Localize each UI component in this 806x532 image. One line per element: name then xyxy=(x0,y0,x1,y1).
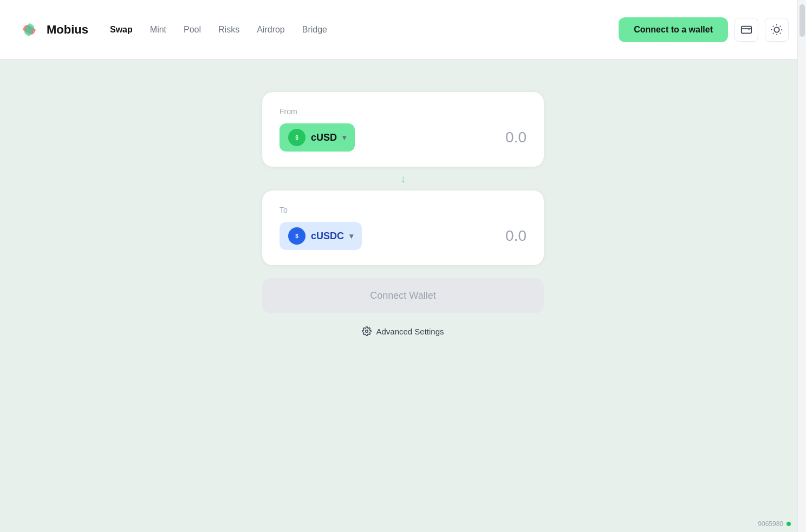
main-content: From $ cUSD ▾ 0.0 xyxy=(251,60,555,358)
status-bar: 9065980 xyxy=(753,516,795,532)
scrollbar-thumb[interactable] xyxy=(800,4,805,37)
nav-item-pool[interactable]: Pool xyxy=(184,23,201,37)
logo-area: Mobius xyxy=(17,18,88,42)
svg-line-5 xyxy=(773,25,774,26)
from-token-chevron: ▾ xyxy=(342,133,346,142)
block-number: 9065980 xyxy=(758,520,783,528)
svg-point-15 xyxy=(366,330,368,333)
sun-icon xyxy=(771,24,783,36)
connect-to-wallet-button[interactable]: Connect to a wallet xyxy=(619,17,728,42)
header: Mobius Swap Mint Pool Risks Airdrop Brid… xyxy=(0,0,806,60)
connect-wallet-button[interactable]: Connect Wallet xyxy=(262,278,544,313)
swap-direction-arrow[interactable]: ↓ xyxy=(262,167,544,191)
nav-item-swap[interactable]: Swap xyxy=(110,23,133,37)
to-token-name: cUSDC xyxy=(311,231,344,242)
status-dot xyxy=(786,522,791,526)
from-label: From xyxy=(280,107,526,116)
svg-point-2 xyxy=(774,27,779,32)
svg-line-6 xyxy=(780,32,781,33)
advanced-settings-label: Advanced Settings xyxy=(376,327,444,336)
main-nav: Swap Mint Pool Risks Airdrop Bridge xyxy=(110,23,327,37)
from-card: From $ cUSD ▾ 0.0 xyxy=(262,92,544,167)
main-wrapper: 律动BLOCKBEATS From $ cUSD ▾ xyxy=(0,60,806,358)
scrollbar[interactable] xyxy=(797,0,806,532)
nav-item-risks[interactable]: Risks xyxy=(218,23,239,37)
to-token-chevron: ▾ xyxy=(349,232,353,240)
settings-icon xyxy=(362,326,372,336)
to-token-row: $ cUSDC ▾ 0.0 xyxy=(280,222,526,250)
logo-text: Mobius xyxy=(47,23,88,37)
wallet-icon-button[interactable] xyxy=(734,18,758,42)
advanced-settings[interactable]: Advanced Settings xyxy=(262,326,544,336)
from-token-selector[interactable]: $ cUSD ▾ xyxy=(280,123,355,152)
from-token-row: $ cUSD ▾ 0.0 xyxy=(280,123,526,152)
from-amount[interactable]: 0.0 xyxy=(505,129,526,146)
svg-line-10 xyxy=(780,25,781,26)
nav-item-airdrop[interactable]: Airdrop xyxy=(257,23,285,37)
logo-icon xyxy=(17,18,41,42)
svg-rect-1 xyxy=(742,26,751,33)
svg-text:$: $ xyxy=(295,135,298,141)
from-token-name: cUSD xyxy=(311,132,337,143)
header-right: Connect to a wallet xyxy=(619,17,789,42)
to-card: To $ cUSDC ▾ 0.0 xyxy=(262,191,544,265)
nav-item-bridge[interactable]: Bridge xyxy=(302,23,327,37)
theme-toggle-button[interactable] xyxy=(765,18,789,42)
to-token-selector[interactable]: $ cUSDC ▾ xyxy=(280,222,362,250)
cusd-icon: $ xyxy=(288,129,306,146)
to-label: To xyxy=(280,206,526,214)
nav-item-mint[interactable]: Mint xyxy=(150,23,166,37)
cusdc-icon: $ xyxy=(288,227,306,245)
svg-text:$: $ xyxy=(295,233,298,239)
to-amount[interactable]: 0.0 xyxy=(505,227,526,245)
wallet-icon xyxy=(740,24,752,36)
svg-line-9 xyxy=(773,32,774,33)
swap-container: From $ cUSD ▾ 0.0 xyxy=(262,92,544,336)
